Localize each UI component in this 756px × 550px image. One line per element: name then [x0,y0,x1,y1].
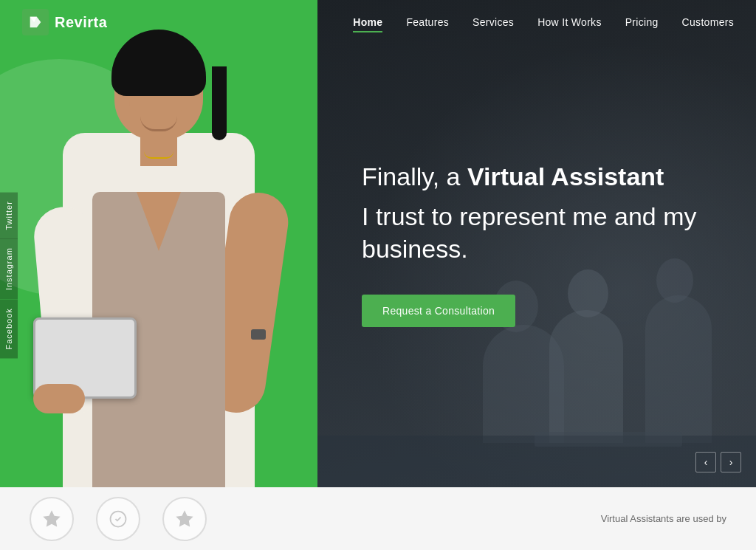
trust-badge-3 [162,497,207,541]
cta-button[interactable]: Request a Consultation [362,295,515,327]
brand-name: Revirta [55,14,107,31]
subtext-line1: I trust to represent me and my [362,202,697,230]
nav-item-home[interactable]: Home [353,16,382,29]
hero-left-panel [0,0,317,487]
slider-prev-button[interactable]: ‹ [695,452,716,472]
nav-link-features[interactable]: Features [406,16,449,31]
nav-link-how-it-works[interactable]: How It Works [537,16,602,31]
social-facebook[interactable]: Facebook [0,299,18,358]
subtext-line2: business. [362,235,468,263]
trust-bar: Virtual Assistants are used by [0,487,756,550]
headline-text1: Finally, a [362,162,467,190]
nav-link-customers[interactable]: Customers [682,16,734,31]
nav-item-services[interactable]: Services [472,16,514,29]
nav-item-features[interactable]: Features [406,16,449,29]
slider-controls: ‹ › [695,452,741,472]
nav-item-pricing[interactable]: Pricing [625,16,659,29]
logo-icon [22,9,49,35]
nav-link-services[interactable]: Services [472,16,514,31]
trust-badges [30,497,207,541]
nav-links: Home Features Services How It Works Pric… [353,16,734,29]
hero-subtext: I trust to represent me and my business. [362,200,719,265]
navbar: Revirta Home Features Services How It Wo… [0,0,756,44]
hero-content: Finally, a Virtual Assistant I trust to … [362,160,719,328]
slider-next-button[interactable]: › [721,452,741,472]
hero-section: Finally, a Virtual Assistant I trust to … [0,0,756,487]
headline-bold: Virtual Assistant [467,162,664,190]
hero-headline: Finally, a Virtual Assistant [362,160,719,193]
hero-person [0,0,317,487]
social-instagram[interactable]: Instagram [0,238,18,299]
nav-link-home[interactable]: Home [353,16,382,31]
nav-link-pricing[interactable]: Pricing [625,16,659,31]
trust-badge-1 [30,497,74,541]
trust-badge-2 [96,497,140,541]
trust-text: Virtual Assistants are used by [601,513,726,524]
logo[interactable]: Revirta [22,9,107,35]
nav-item-how-it-works[interactable]: How It Works [537,16,602,29]
hero-right-panel: Finally, a Virtual Assistant I trust to … [317,0,756,487]
nav-item-customers[interactable]: Customers [682,16,734,29]
social-links: Twitter Instagram Facebook [0,192,18,359]
social-twitter[interactable]: Twitter [0,192,18,238]
